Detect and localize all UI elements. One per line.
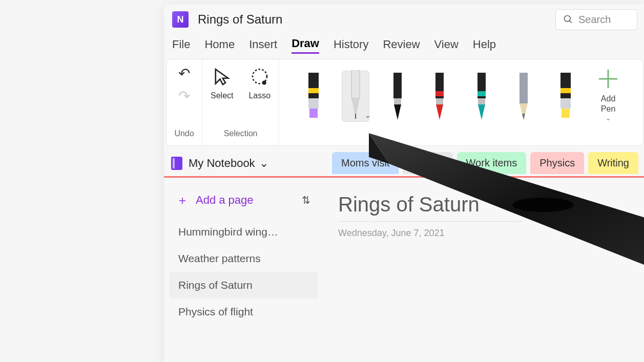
notebook-name-label: My Notebook (189, 157, 255, 170)
svg-rect-6 (308, 98, 319, 109)
content-area: ＋ Add a page ⇅ Hummingbird wing…Weather … (164, 178, 644, 362)
menu-item-help[interactable]: Help (473, 36, 496, 53)
svg-point-0 (565, 16, 571, 22)
section-tabs: Moms visitSchoolWork itemsPhysicsWriting (332, 152, 638, 174)
menu-bar: FileHomeInsertDrawHistoryReviewViewHelp (164, 35, 644, 59)
menu-item-draw[interactable]: Draw (292, 35, 319, 54)
svg-rect-5 (308, 88, 319, 93)
svg-rect-8 (351, 70, 360, 98)
svg-marker-18 (436, 104, 443, 120)
ribbon-group-undo: ↶ ↷ Undo (167, 59, 202, 145)
page-canvas[interactable]: Rings of Saturn Wednesday, June 7, 2021 (323, 178, 644, 362)
svg-rect-13 (394, 98, 401, 104)
svg-rect-28 (560, 98, 571, 109)
menu-item-view[interactable]: View (434, 36, 459, 53)
section-tab-moms-visit[interactable]: Moms visit (332, 152, 399, 174)
plus-icon (594, 65, 622, 93)
menu-item-insert[interactable]: Insert (249, 36, 277, 53)
add-page-label: Add a page (196, 194, 254, 207)
title-bar: N Rings of Saturn Search (164, 4, 644, 35)
section-tab-work-items[interactable]: Work items (457, 152, 527, 174)
page-date: Wednesday, June 7, 2021 (338, 228, 630, 239)
svg-marker-14 (394, 104, 401, 120)
lasso-tool-label: Lasso (248, 91, 271, 100)
svg-rect-17 (436, 98, 443, 104)
pen-tool-pen-white[interactable]: ⌄ (342, 71, 369, 122)
menu-item-review[interactable]: Review (383, 36, 420, 53)
svg-rect-7 (309, 109, 318, 118)
svg-rect-20 (477, 91, 486, 96)
lasso-icon (249, 67, 271, 88)
add-pen-label-1: Add (601, 94, 615, 103)
chevron-down-icon: ⌄ (259, 157, 268, 170)
page-list-item[interactable]: Weather patterns (169, 245, 318, 272)
chevron-down-icon[interactable]: ⌄ (365, 111, 371, 119)
chevron-down-icon: ⌄ (606, 115, 611, 122)
lasso-tool-button[interactable]: Lasso (245, 63, 274, 103)
app-window: N Rings of Saturn Search FileHomeInsertD… (164, 4, 644, 362)
pen-tool-pen-teal[interactable] (468, 71, 495, 122)
svg-point-3 (263, 81, 265, 84)
notebook-picker[interactable]: My Notebook ⌄ (189, 157, 268, 170)
onenote-app-icon: N (172, 11, 189, 28)
sort-pages-button[interactable]: ⇅ (302, 194, 310, 206)
notebook-icon (171, 157, 182, 170)
add-pen-label-2: Pen (601, 104, 615, 114)
select-tool-button[interactable]: Select (207, 63, 236, 103)
menu-item-file[interactable]: File (172, 36, 190, 53)
pen-tool-pen-red[interactable] (426, 71, 453, 122)
svg-rect-10 (355, 114, 356, 119)
page-list-item[interactable]: Physics of flight (169, 299, 318, 325)
search-box[interactable]: Search (555, 9, 637, 30)
ribbon-draw: ↶ ↷ Undo Select Lasso Selection ⌄AddPen⌄ (166, 59, 643, 146)
pen-tool-highlighter-yellow[interactable] (552, 71, 579, 122)
page-list: ＋ Add a page ⇅ Hummingbird wing…Weather … (164, 178, 323, 362)
selection-group-label: Selection (224, 129, 258, 141)
pen-tool-pen-black[interactable] (384, 71, 411, 122)
svg-rect-26 (560, 73, 571, 98)
add-pen-button[interactable]: AddPen⌄ (594, 65, 622, 122)
undo-group-label: Undo (174, 129, 194, 141)
svg-rect-23 (520, 73, 528, 103)
svg-marker-9 (351, 98, 360, 114)
svg-rect-12 (393, 91, 402, 96)
select-tool-label: Select (211, 91, 233, 100)
svg-rect-16 (435, 91, 444, 96)
add-page-button[interactable]: ＋ Add a page (176, 192, 254, 208)
add-page-row: ＋ Add a page ⇅ (169, 187, 318, 214)
page-title[interactable]: Rings of Saturn (338, 193, 523, 222)
notebook-nav-bar: My Notebook ⌄ Moms visitSchoolWork items… (164, 146, 644, 174)
svg-rect-29 (562, 109, 570, 118)
ribbon-group-pens: ⌄AddPen⌄ (279, 59, 643, 145)
cursor-icon (211, 67, 233, 88)
window-title: Rings of Saturn (198, 12, 282, 27)
svg-rect-21 (478, 98, 485, 104)
svg-rect-27 (560, 88, 571, 93)
svg-marker-22 (478, 104, 485, 120)
section-tab-school[interactable]: School (403, 152, 452, 174)
section-tab-writing[interactable]: Writing (588, 152, 638, 174)
svg-rect-4 (308, 73, 319, 98)
menu-item-home[interactable]: Home (204, 36, 235, 53)
pen-tool-highlighter-yellow-purple[interactable] (300, 71, 327, 122)
plus-icon: ＋ (176, 192, 189, 208)
redo-icon: ↷ (178, 89, 190, 103)
undo-button[interactable]: ↶ (175, 63, 193, 84)
search-icon (563, 14, 573, 25)
svg-marker-25 (522, 114, 525, 120)
page-list-item[interactable]: Hummingbird wing… (169, 219, 318, 245)
svg-line-1 (570, 21, 572, 23)
section-tab-physics[interactable]: Physics (530, 152, 584, 174)
pen-tool-pencil-gray[interactable] (510, 71, 537, 122)
ribbon-group-selection: Select Lasso Selection (202, 59, 279, 145)
search-placeholder: Search (578, 14, 611, 26)
menu-item-history[interactable]: History (334, 36, 368, 53)
undo-icon: ↶ (178, 67, 190, 81)
redo-button[interactable]: ↷ (175, 86, 193, 107)
page-list-item[interactable]: Rings of Saturn (169, 272, 318, 299)
